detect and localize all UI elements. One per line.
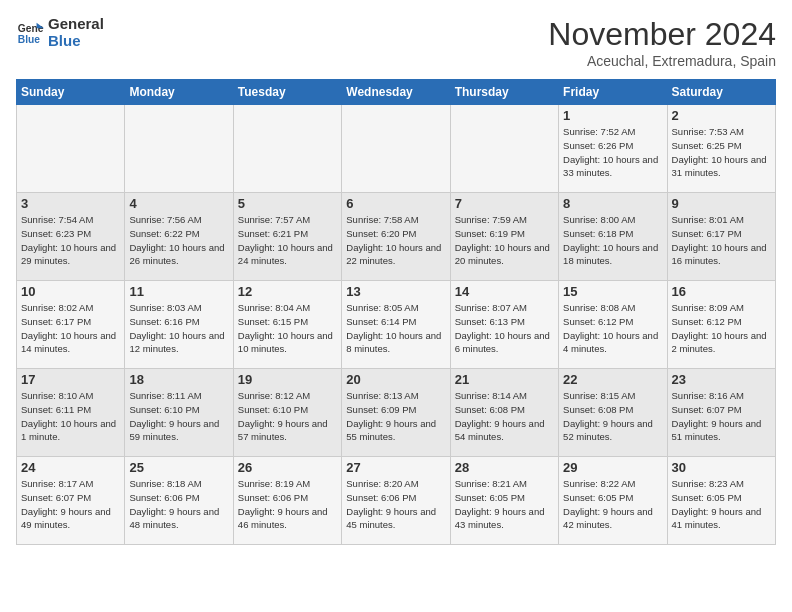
- calendar-cell: 27Sunrise: 8:20 AM Sunset: 6:06 PM Dayli…: [342, 457, 450, 545]
- day-number: 10: [21, 284, 120, 299]
- day-number: 22: [563, 372, 662, 387]
- logo-blue: Blue: [48, 33, 104, 50]
- calendar-cell: 2Sunrise: 7:53 AM Sunset: 6:25 PM Daylig…: [667, 105, 775, 193]
- weekday-header-monday: Monday: [125, 80, 233, 105]
- cell-info: Sunrise: 7:58 AM Sunset: 6:20 PM Dayligh…: [346, 213, 445, 268]
- header: General Blue General Blue November 2024 …: [16, 16, 776, 69]
- calendar-cell: 21Sunrise: 8:14 AM Sunset: 6:08 PM Dayli…: [450, 369, 558, 457]
- weekday-header-tuesday: Tuesday: [233, 80, 341, 105]
- calendar-cell: [125, 105, 233, 193]
- day-number: 20: [346, 372, 445, 387]
- calendar-cell: 12Sunrise: 8:04 AM Sunset: 6:15 PM Dayli…: [233, 281, 341, 369]
- weekday-header-row: SundayMondayTuesdayWednesdayThursdayFrid…: [17, 80, 776, 105]
- day-number: 18: [129, 372, 228, 387]
- day-number: 11: [129, 284, 228, 299]
- day-number: 13: [346, 284, 445, 299]
- weekday-header-wednesday: Wednesday: [342, 80, 450, 105]
- calendar-cell: 5Sunrise: 7:57 AM Sunset: 6:21 PM Daylig…: [233, 193, 341, 281]
- location-subtitle: Aceuchal, Extremadura, Spain: [548, 53, 776, 69]
- calendar-cell: 22Sunrise: 8:15 AM Sunset: 6:08 PM Dayli…: [559, 369, 667, 457]
- day-number: 3: [21, 196, 120, 211]
- calendar-cell: 19Sunrise: 8:12 AM Sunset: 6:10 PM Dayli…: [233, 369, 341, 457]
- logo-icon: General Blue: [16, 19, 44, 47]
- day-number: 23: [672, 372, 771, 387]
- day-number: 25: [129, 460, 228, 475]
- weekday-header-friday: Friday: [559, 80, 667, 105]
- cell-info: Sunrise: 8:01 AM Sunset: 6:17 PM Dayligh…: [672, 213, 771, 268]
- calendar-table: SundayMondayTuesdayWednesdayThursdayFrid…: [16, 79, 776, 545]
- calendar-cell: [17, 105, 125, 193]
- calendar-cell: 23Sunrise: 8:16 AM Sunset: 6:07 PM Dayli…: [667, 369, 775, 457]
- week-row-2: 3Sunrise: 7:54 AM Sunset: 6:23 PM Daylig…: [17, 193, 776, 281]
- day-number: 17: [21, 372, 120, 387]
- day-number: 7: [455, 196, 554, 211]
- calendar-cell: 4Sunrise: 7:56 AM Sunset: 6:22 PM Daylig…: [125, 193, 233, 281]
- calendar-cell: 20Sunrise: 8:13 AM Sunset: 6:09 PM Dayli…: [342, 369, 450, 457]
- calendar-cell: [233, 105, 341, 193]
- title-area: November 2024 Aceuchal, Extremadura, Spa…: [548, 16, 776, 69]
- cell-info: Sunrise: 8:21 AM Sunset: 6:05 PM Dayligh…: [455, 477, 554, 532]
- cell-info: Sunrise: 8:07 AM Sunset: 6:13 PM Dayligh…: [455, 301, 554, 356]
- calendar-cell: 30Sunrise: 8:23 AM Sunset: 6:05 PM Dayli…: [667, 457, 775, 545]
- weekday-header-saturday: Saturday: [667, 80, 775, 105]
- cell-info: Sunrise: 8:23 AM Sunset: 6:05 PM Dayligh…: [672, 477, 771, 532]
- cell-info: Sunrise: 8:08 AM Sunset: 6:12 PM Dayligh…: [563, 301, 662, 356]
- cell-info: Sunrise: 7:56 AM Sunset: 6:22 PM Dayligh…: [129, 213, 228, 268]
- weekday-header-sunday: Sunday: [17, 80, 125, 105]
- month-title: November 2024: [548, 16, 776, 53]
- calendar-cell: 14Sunrise: 8:07 AM Sunset: 6:13 PM Dayli…: [450, 281, 558, 369]
- day-number: 30: [672, 460, 771, 475]
- cell-info: Sunrise: 8:04 AM Sunset: 6:15 PM Dayligh…: [238, 301, 337, 356]
- logo-general: General: [48, 16, 104, 33]
- cell-info: Sunrise: 8:00 AM Sunset: 6:18 PM Dayligh…: [563, 213, 662, 268]
- day-number: 4: [129, 196, 228, 211]
- calendar-cell: [450, 105, 558, 193]
- cell-info: Sunrise: 8:18 AM Sunset: 6:06 PM Dayligh…: [129, 477, 228, 532]
- week-row-5: 24Sunrise: 8:17 AM Sunset: 6:07 PM Dayli…: [17, 457, 776, 545]
- calendar-cell: 26Sunrise: 8:19 AM Sunset: 6:06 PM Dayli…: [233, 457, 341, 545]
- day-number: 9: [672, 196, 771, 211]
- calendar-cell: 7Sunrise: 7:59 AM Sunset: 6:19 PM Daylig…: [450, 193, 558, 281]
- calendar-cell: 6Sunrise: 7:58 AM Sunset: 6:20 PM Daylig…: [342, 193, 450, 281]
- day-number: 28: [455, 460, 554, 475]
- day-number: 19: [238, 372, 337, 387]
- cell-info: Sunrise: 7:57 AM Sunset: 6:21 PM Dayligh…: [238, 213, 337, 268]
- calendar-cell: 17Sunrise: 8:10 AM Sunset: 6:11 PM Dayli…: [17, 369, 125, 457]
- calendar-cell: 11Sunrise: 8:03 AM Sunset: 6:16 PM Dayli…: [125, 281, 233, 369]
- svg-text:Blue: Blue: [18, 34, 41, 45]
- calendar-cell: 3Sunrise: 7:54 AM Sunset: 6:23 PM Daylig…: [17, 193, 125, 281]
- calendar-cell: 24Sunrise: 8:17 AM Sunset: 6:07 PM Dayli…: [17, 457, 125, 545]
- cell-info: Sunrise: 8:13 AM Sunset: 6:09 PM Dayligh…: [346, 389, 445, 444]
- calendar-cell: 13Sunrise: 8:05 AM Sunset: 6:14 PM Dayli…: [342, 281, 450, 369]
- day-number: 12: [238, 284, 337, 299]
- day-number: 24: [21, 460, 120, 475]
- cell-info: Sunrise: 8:11 AM Sunset: 6:10 PM Dayligh…: [129, 389, 228, 444]
- cell-info: Sunrise: 8:15 AM Sunset: 6:08 PM Dayligh…: [563, 389, 662, 444]
- day-number: 6: [346, 196, 445, 211]
- calendar-cell: 29Sunrise: 8:22 AM Sunset: 6:05 PM Dayli…: [559, 457, 667, 545]
- svg-text:General: General: [18, 23, 44, 34]
- day-number: 5: [238, 196, 337, 211]
- calendar-cell: 15Sunrise: 8:08 AM Sunset: 6:12 PM Dayli…: [559, 281, 667, 369]
- cell-info: Sunrise: 7:59 AM Sunset: 6:19 PM Dayligh…: [455, 213, 554, 268]
- cell-info: Sunrise: 8:05 AM Sunset: 6:14 PM Dayligh…: [346, 301, 445, 356]
- week-row-4: 17Sunrise: 8:10 AM Sunset: 6:11 PM Dayli…: [17, 369, 776, 457]
- calendar-cell: 25Sunrise: 8:18 AM Sunset: 6:06 PM Dayli…: [125, 457, 233, 545]
- cell-info: Sunrise: 8:10 AM Sunset: 6:11 PM Dayligh…: [21, 389, 120, 444]
- weekday-header-thursday: Thursday: [450, 80, 558, 105]
- calendar-cell: 8Sunrise: 8:00 AM Sunset: 6:18 PM Daylig…: [559, 193, 667, 281]
- cell-info: Sunrise: 8:19 AM Sunset: 6:06 PM Dayligh…: [238, 477, 337, 532]
- calendar-cell: 9Sunrise: 8:01 AM Sunset: 6:17 PM Daylig…: [667, 193, 775, 281]
- calendar-cell: 28Sunrise: 8:21 AM Sunset: 6:05 PM Dayli…: [450, 457, 558, 545]
- day-number: 26: [238, 460, 337, 475]
- cell-info: Sunrise: 8:17 AM Sunset: 6:07 PM Dayligh…: [21, 477, 120, 532]
- day-number: 21: [455, 372, 554, 387]
- cell-info: Sunrise: 7:53 AM Sunset: 6:25 PM Dayligh…: [672, 125, 771, 180]
- day-number: 2: [672, 108, 771, 123]
- cell-info: Sunrise: 8:22 AM Sunset: 6:05 PM Dayligh…: [563, 477, 662, 532]
- cell-info: Sunrise: 7:54 AM Sunset: 6:23 PM Dayligh…: [21, 213, 120, 268]
- cell-info: Sunrise: 8:02 AM Sunset: 6:17 PM Dayligh…: [21, 301, 120, 356]
- calendar-cell: 16Sunrise: 8:09 AM Sunset: 6:12 PM Dayli…: [667, 281, 775, 369]
- cell-info: Sunrise: 7:52 AM Sunset: 6:26 PM Dayligh…: [563, 125, 662, 180]
- day-number: 29: [563, 460, 662, 475]
